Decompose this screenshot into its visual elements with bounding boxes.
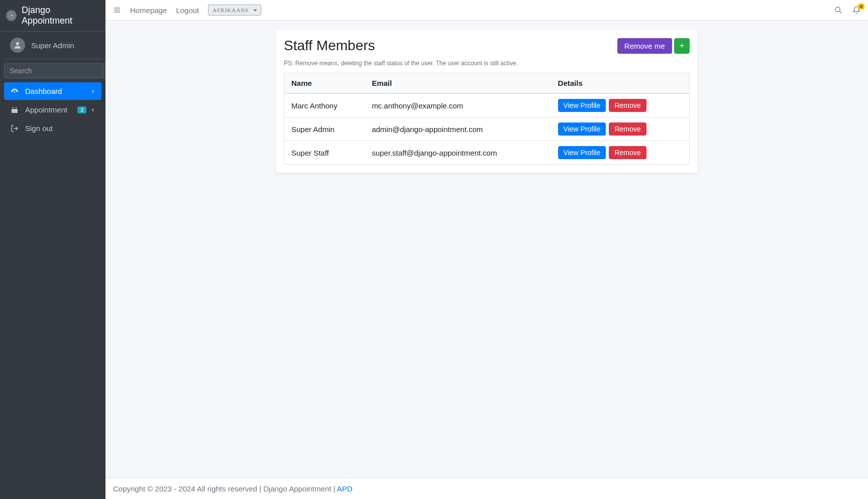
brand-logo-icon [6,10,17,21]
main-content: Staff Members Remove me + PS: Remove mea… [105,21,868,478]
view-profile-button[interactable]: View Profile [558,122,606,136]
plus-icon: + [680,41,684,50]
table-row: Super Admin admin@django-appointment.com… [284,117,690,141]
th-name: Name [284,73,365,94]
brand-title: Django Appointment [22,5,99,26]
svg-point-2 [16,42,19,45]
footer-link[interactable]: APD [337,484,353,493]
view-profile-button[interactable]: View Profile [558,146,606,159]
cell-actions: View Profile Remove [551,141,690,165]
th-details: Details [551,73,690,94]
sidebar-item-signout[interactable]: Sign out [4,119,101,137]
svg-point-14 [835,7,840,12]
footer-text: Copyright © 2023 - 2024 All rights reser… [113,484,337,493]
remove-button[interactable]: Remove [609,146,646,159]
page-note: PS: Remove means, deleting the staff sta… [276,56,698,73]
table-row: Super Staff super.staff@django-appointme… [284,141,690,165]
sidebar-item-appointment[interactable]: Appointment 3 [4,101,101,118]
badge-count: 3 [77,106,86,113]
cell-actions: View Profile Remove [551,93,690,117]
user-panel[interactable]: Super Admin [4,32,101,59]
svg-point-5 [14,91,16,93]
add-staff-button[interactable]: + [674,38,690,54]
cell-name: Super Admin [284,117,365,141]
search-icon[interactable] [834,6,842,14]
page-title: Staff Members [284,38,375,54]
cell-email: admin@django-appointment.com [365,117,551,141]
cell-actions: View Profile Remove [551,117,690,141]
notification-bell[interactable]: 0 [852,6,860,14]
remove-button[interactable]: Remove [609,99,646,112]
cell-name: Marc Anthony [284,93,365,117]
footer: Copyright © 2023 - 2024 All rights reser… [105,478,868,499]
logout-link[interactable]: Logout [176,6,199,15]
sidebar-item-label: Sign out [25,124,95,133]
user-name: Super Admin [31,41,74,50]
table-row: Marc Anthony mc.anthony@example.com View… [284,93,690,117]
svg-line-15 [839,11,841,13]
chevron-left-icon [90,107,95,112]
sidebar-item-label: Appointment [25,105,77,114]
tachometer-icon [10,87,19,95]
sidebar: Django Appointment Super Admin Dashboard [0,0,105,499]
top-nav: Homepage Logout AFRIKAANS 0 [105,0,868,21]
calendar-icon [10,106,19,114]
view-profile-button[interactable]: View Profile [558,99,606,112]
content-wrapper: Homepage Logout AFRIKAANS 0 [105,0,868,499]
sidebar-search [4,63,101,78]
sidebar-item-label: Dashboard [25,87,90,95]
search-input[interactable] [4,63,103,78]
sidebar-item-dashboard[interactable]: Dashboard [4,82,101,100]
language-select[interactable]: AFRIKAANS [208,5,261,16]
signout-icon [10,124,19,133]
svg-point-1 [11,15,13,17]
notification-count-badge: 0 [858,4,864,10]
svg-rect-7 [12,107,18,109]
remove-button[interactable]: Remove [609,122,646,136]
cell-name: Super Staff [284,141,365,165]
staff-card: Staff Members Remove me + PS: Remove mea… [276,30,698,173]
cell-email: super.staff@django-appointment.com [365,141,551,165]
th-email: Email [365,73,551,94]
cell-email: mc.anthony@example.com [365,93,551,117]
remove-me-button[interactable]: Remove me [617,38,672,54]
chevron-left-icon [90,89,95,94]
hamburger-icon[interactable] [113,6,121,14]
brand[interactable]: Django Appointment [0,0,105,32]
avatar-icon [10,38,25,53]
homepage-link[interactable]: Homepage [130,6,167,15]
staff-table: Name Email Details Marc Anthony mc.antho… [284,73,690,165]
nav-menu: Dashboard Appointment 3 Sign out [0,82,105,138]
